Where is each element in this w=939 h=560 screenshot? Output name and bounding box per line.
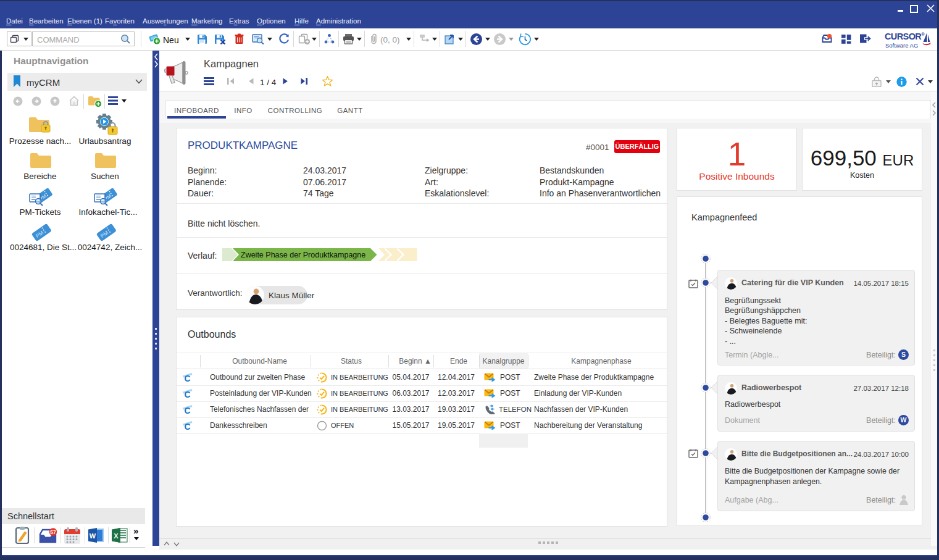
svg-text:Zweite Phase der Produktkampag: Zweite Phase der Produktkampagne — [241, 251, 365, 259]
svg-text:W: W — [90, 532, 96, 540]
svg-text:C: C — [185, 422, 191, 431]
svg-text:X: X — [114, 532, 119, 540]
svg-text:C: C — [185, 374, 191, 383]
svg-text:57: 57 — [50, 529, 56, 535]
svg-text:C: C — [185, 406, 191, 415]
svg-text:C: C — [185, 390, 191, 399]
